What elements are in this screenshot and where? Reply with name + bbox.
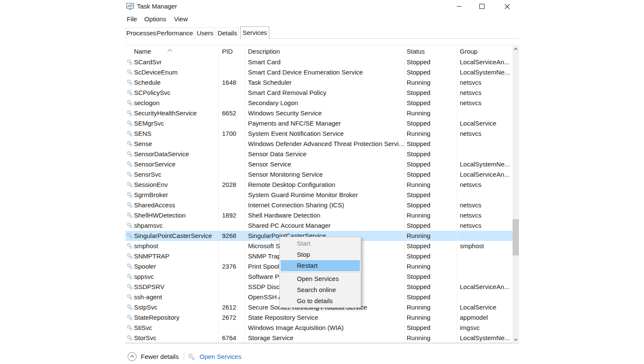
service-group: netsvcs (460, 200, 512, 210)
service-group: netsvcs (460, 180, 512, 190)
service-status: Stopped (407, 282, 457, 292)
table-row-scdeviceenum[interactable]: ⚙⚙ ScDeviceEnum Smart Card Device Enumer… (125, 67, 513, 77)
scrollbar-up-button[interactable] (513, 45, 519, 52)
service-description: Smart Card (248, 57, 404, 67)
minimize-button[interactable] (449, 0, 469, 13)
service-name: SCardSvr (134, 57, 217, 67)
context-menu-item-stop[interactable]: Stop (281, 249, 360, 260)
table-row-staterepository[interactable]: ⚙⚙ StateRepository 2672 State Repository… (125, 312, 513, 323)
service-group: netsvcs (460, 77, 512, 88)
service-gear-icon: ⚙⚙ (126, 282, 134, 292)
tab-performance[interactable]: Performance (156, 27, 194, 39)
maximize-button[interactable] (472, 0, 492, 13)
service-name: sppsvc (134, 272, 217, 282)
table-row-sharedaccess[interactable]: ⚙⚙ SharedAccess Internet Connection Shar… (125, 200, 513, 210)
tab-processes[interactable]: Processes (126, 27, 154, 39)
service-pid: 2612 (222, 302, 244, 312)
service-group: netsvcs (460, 210, 512, 221)
open-services-link[interactable]: ⚙⚙ Open Services (188, 351, 241, 362)
service-status: Stopped (407, 323, 457, 333)
table-row-schedule[interactable]: ⚙⚙ Schedule 1648 Task Scheduler Running … (125, 77, 513, 88)
table-row-scpolicysvc[interactable]: ⚙⚙ SCPolicySvc Smart Card Removal Policy… (125, 88, 513, 98)
service-gear-icon: ⚙⚙ (126, 57, 134, 67)
service-description: Windows Defender Advanced Threat Protect… (248, 139, 404, 149)
table-row-sensordataservice[interactable]: ⚙⚙ SensorDataService Sensor Data Service… (125, 149, 513, 159)
column-header-status[interactable]: Status (407, 45, 425, 57)
table-row-sensorservice[interactable]: ⚙⚙ SensorService Sensor Service Stopped … (125, 159, 513, 169)
column-header-name[interactable]: Name (134, 45, 151, 57)
service-gear-icon: ⚙⚙ (126, 272, 134, 282)
service-group: appmodel (460, 312, 512, 323)
context-menu-item-open-services[interactable]: Open Services (281, 273, 360, 284)
table-row-shellhwdetection[interactable]: ⚙⚙ ShellHWDetection 1892 Shell Hardware … (125, 210, 513, 221)
table-row-shpamsvc[interactable]: ⚙⚙ shpamsvc Shared PC Account Manager St… (125, 221, 513, 231)
service-status: Stopped (407, 272, 457, 282)
column-header-group[interactable]: Group (460, 45, 478, 57)
chevron-up-circle-icon (128, 352, 137, 361)
service-description: Windows Image Acquisition (WIA) (248, 323, 404, 333)
service-group: LocalServiceAn... (460, 282, 512, 292)
table-row-semgrsvc[interactable]: ⚙⚙ SEMgrSvc Payments and NFC/SE Manager … (125, 118, 513, 129)
table-row-stisvc[interactable]: ⚙⚙ StiSvc Windows Image Acquisition (WIA… (125, 323, 513, 333)
service-name: SgrmBroker (134, 190, 217, 200)
service-description: Secondary Logon (248, 98, 404, 108)
service-gear-icon: ⚙⚙ (126, 312, 134, 323)
context-menu-item-go-to-details[interactable]: Go to details (281, 295, 360, 307)
tab-users[interactable]: Users (196, 27, 214, 39)
service-status: Stopped (407, 292, 457, 302)
service-gear-icon: ⚙⚙ (126, 180, 134, 190)
tab-services[interactable]: Services (240, 26, 269, 39)
table-row-sensrsvc[interactable]: ⚙⚙ SensrSvc Sensor Monitoring Service St… (125, 169, 513, 180)
column-header-description[interactable]: Description (248, 45, 280, 57)
service-pid: 1892 (222, 210, 244, 221)
table-row-sense[interactable]: ⚙⚙ Sense Windows Defender Advanced Threa… (125, 139, 513, 149)
column-header-pid[interactable]: PID (222, 45, 233, 57)
minimize-icon (456, 4, 462, 9)
service-name: StiSvc (134, 323, 217, 333)
service-group: smphost (460, 241, 512, 251)
scrollbar-down-button[interactable] (513, 336, 519, 343)
service-gear-icon: ⚙⚙ (126, 139, 134, 149)
menubar-item-view[interactable]: View (174, 15, 188, 23)
service-gear-icon: ⚙⚙ (126, 129, 134, 139)
table-row-seclogon[interactable]: ⚙⚙ seclogon Secondary Logon Stopped nets… (125, 98, 513, 108)
fewer-details-button[interactable]: Fewer details (128, 352, 179, 361)
service-description: Sensor Monitoring Service (248, 169, 404, 180)
menubar-item-options[interactable]: Options (144, 15, 166, 23)
service-description: Shell Hardware Detection (248, 210, 404, 221)
table-row-sgrmbroker[interactable]: ⚙⚙ SgrmBroker System Guard Runtime Monit… (125, 190, 513, 200)
service-status: Running (407, 333, 457, 343)
menubar-item-file[interactable]: File (127, 15, 137, 23)
service-name: SSDPSRV (134, 282, 217, 292)
service-name: seclogon (134, 98, 217, 108)
service-name: SecurityHealthService (134, 108, 217, 118)
table-row-sessionenv[interactable]: ⚙⚙ SessionEnv 2028 Remote Desktop Config… (125, 180, 513, 190)
table-row-scardsvr[interactable]: ⚙⚙ SCardSvr Smart Card Stopped LocalServ… (125, 57, 513, 67)
chevron-up-icon (514, 48, 518, 50)
service-description: Internet Connection Sharing (ICS) (248, 200, 404, 210)
service-status: Running (407, 129, 457, 139)
service-status: Stopped (407, 200, 457, 210)
service-name: Schedule (134, 77, 217, 88)
tab-details[interactable]: Details (216, 27, 239, 39)
close-button[interactable] (497, 0, 517, 13)
service-group: netsvcs (460, 98, 512, 108)
table-row-storsvc[interactable]: ⚙⚙ StorSvc 6764 Storage Service Running … (125, 333, 513, 343)
service-description: Sensor Service (248, 159, 404, 169)
service-name: SEMgrSvc (134, 118, 217, 129)
service-status: Running (407, 302, 457, 312)
context-menu-item-search-online[interactable]: Search online (281, 284, 360, 295)
table-row-sens[interactable]: ⚙⚙ SENS 1700 System Event Notification S… (125, 129, 513, 139)
table-row-securityhealthservice[interactable]: ⚙⚙ SecurityHealthService 6652 Windows Se… (125, 108, 513, 118)
service-description: System Guard Runtime Monitor Broker (248, 190, 404, 200)
scrollbar-thumb[interactable] (513, 219, 519, 255)
service-status: Stopped (407, 118, 457, 129)
service-description: Smart Card Device Enumeration Service (248, 67, 404, 77)
service-status: Stopped (407, 149, 457, 159)
context-menu-item-restart[interactable]: Restart (281, 260, 360, 271)
scrollbar-track[interactable] (513, 45, 519, 343)
column-divider (245, 45, 245, 343)
service-group: LocalService (460, 302, 512, 312)
service-status: Stopped (407, 190, 457, 200)
context-menu: StartStopRestartOpen ServicesSearch onli… (279, 237, 361, 308)
